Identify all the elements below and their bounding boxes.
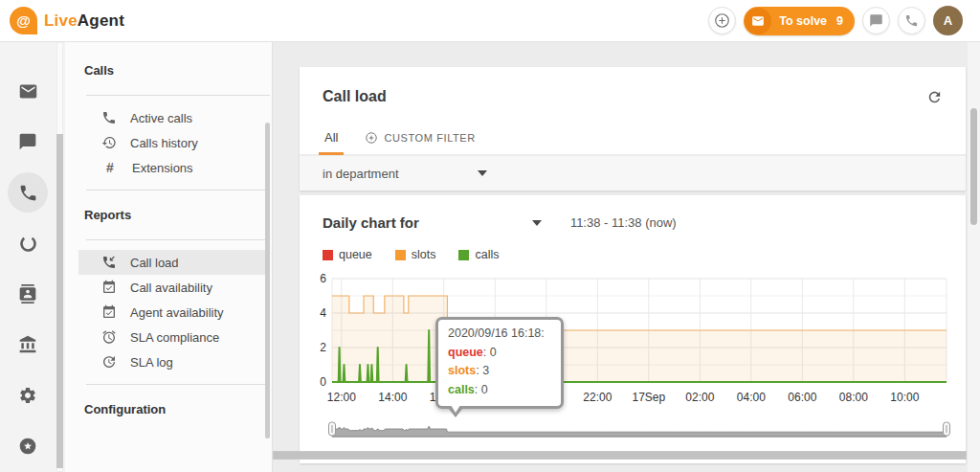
svg-text:2: 2 — [320, 341, 326, 354]
tab-custom-filter[interactable]: CUSTOM FILTER — [351, 131, 488, 154]
rail-item-tickets[interactable] — [8, 71, 48, 111]
top-bar: @ LiveAgent To solve 9 A — [0, 0, 980, 42]
legend-swatch-queue — [323, 250, 333, 260]
svg-text:12:00: 12:00 — [327, 391, 356, 404]
legend-item-queue[interactable]: queue — [323, 248, 372, 261]
sidebar-heading-reports: Reports — [65, 200, 272, 230]
avatar[interactable]: A — [933, 6, 963, 35]
chats-button[interactable] — [862, 7, 890, 34]
add-button[interactable] — [708, 7, 736, 34]
sidebar-item-sla-log[interactable]: SLA log — [78, 349, 270, 374]
liveagent-logo[interactable]: @ LiveAgent — [10, 7, 124, 34]
phone-icon — [18, 183, 38, 203]
chevron-down-icon[interactable] — [532, 220, 542, 226]
logo-text: LiveAgent — [44, 11, 124, 31]
svg-text:02:00: 02:00 — [685, 391, 714, 404]
tab-all[interactable]: All — [311, 130, 351, 154]
legend-item-slots[interactable]: slots — [395, 248, 436, 261]
divider — [86, 95, 270, 96]
sidebar-scrollbar-thumb[interactable] — [265, 123, 270, 438]
daily-chart-card: Daily chart for 11:38 - 11:38 (now) queu… — [300, 195, 966, 463]
svg-text:4: 4 — [320, 306, 326, 320]
chart-area: 12:0014:0016:0018:0020:0022:0017Sep02:00… — [315, 269, 950, 445]
sidebar-item-active-calls[interactable]: Active calls — [78, 105, 270, 130]
history-icon — [101, 135, 117, 150]
rail-item-settings[interactable] — [8, 375, 48, 416]
sidebar-item-call-load[interactable]: Call load — [78, 250, 270, 275]
clock-refresh-icon — [101, 354, 117, 370]
sidebar-heading-calls: Calls — [65, 56, 272, 85]
sidebar-item-agent-availability[interactable]: Agent availability — [78, 300, 270, 325]
rail-scrollbar[interactable] — [56, 42, 65, 472]
page-scrollbar-track[interactable] — [968, 42, 980, 472]
refresh-icon[interactable] — [926, 89, 943, 105]
legend-label: queue — [339, 248, 372, 261]
sidebar-item-sla-compliance[interactable]: SLA compliance — [78, 325, 270, 349]
rail-item-calls[interactable] — [8, 172, 48, 213]
divider — [86, 239, 270, 240]
contacts-icon — [18, 284, 37, 303]
legend-item-calls[interactable]: calls — [458, 248, 499, 261]
chart-navigator[interactable] — [315, 418, 950, 441]
sidebar-item-label: SLA compliance — [130, 330, 219, 345]
envelope-icon — [745, 8, 771, 34]
svg-text:14:00: 14:00 — [378, 391, 407, 404]
calendar-check-icon — [101, 280, 117, 295]
tooltip-row-queue: queue0 — [448, 344, 551, 362]
tooltip-date: 2020/09/16 16:18: — [448, 326, 551, 340]
svg-text:08:00: 08:00 — [839, 391, 868, 404]
to-solve-label: To solve — [779, 14, 827, 28]
chevron-down-icon — [478, 170, 487, 176]
divider — [86, 384, 270, 385]
horizontal-scrollbar[interactable] — [273, 451, 967, 460]
alarm-icon — [101, 329, 117, 345]
calendar-check-icon — [101, 304, 117, 320]
page-scrollbar-thumb[interactable] — [970, 108, 977, 225]
rail-item-contacts[interactable] — [8, 274, 48, 314]
rail-item-gamification[interactable] — [8, 426, 48, 466]
calls-button[interactable] — [898, 7, 925, 34]
mail-icon — [18, 81, 38, 101]
daily-chart[interactable]: 12:0014:0016:0018:0020:0022:0017Sep02:00… — [315, 269, 950, 413]
sidebar-item-extensions[interactable]: # Extensions — [78, 155, 270, 180]
liveagent-logo-icon: @ — [10, 7, 37, 34]
rail-item-chats[interactable] — [8, 122, 48, 162]
tooltip-row-slots: slots3 — [448, 362, 551, 380]
call-load-card: Call load All CUSTOM FILTER in departmen… — [300, 67, 966, 191]
horizontal-scrollbar-thumb[interactable] — [274, 452, 966, 459]
legend-label: calls — [475, 248, 499, 261]
svg-text:17Sep: 17Sep — [632, 391, 665, 404]
chart-legend: queue slots calls — [315, 231, 950, 267]
add-icon — [714, 12, 730, 29]
rail-item-company[interactable] — [8, 325, 48, 365]
department-select[interactable]: in department — [323, 167, 487, 181]
circle-plus-icon — [365, 131, 378, 145]
chat-icon — [869, 13, 883, 28]
sidebar-item-call-availability[interactable]: Call availability — [78, 275, 270, 300]
svg-text:10:00: 10:00 — [890, 391, 919, 404]
svg-text:6: 6 — [320, 272, 326, 285]
to-solve-button[interactable]: To solve 9 — [744, 7, 855, 35]
phone-call-icon — [101, 255, 117, 270]
tooltip-row-calls: calls0 — [448, 381, 551, 399]
chart-tooltip: 2020/09/16 16:18: queue0 slots3 calls0 — [435, 317, 564, 409]
main-area: Call load All CUSTOM FILTER in departmen… — [273, 42, 980, 472]
calls-sidebar: Calls Active calls Calls history # Exten… — [65, 42, 273, 472]
svg-text:04:00: 04:00 — [737, 391, 766, 404]
phone-icon — [101, 110, 117, 125]
bank-icon — [18, 335, 37, 354]
legend-label: slots — [412, 248, 436, 261]
loop-icon — [18, 234, 38, 254]
sidebar-item-label: Extensions — [132, 161, 193, 175]
svg-text:06:00: 06:00 — [788, 391, 816, 404]
sidebar-item-label: Active calls — [130, 111, 192, 125]
divider — [86, 190, 270, 191]
sidebar-item-calls-history[interactable]: Calls history — [78, 130, 270, 155]
rail-item-social[interactable] — [8, 223, 48, 263]
legend-swatch-slots — [395, 250, 406, 260]
rail-scrollbar-thumb[interactable] — [56, 134, 63, 468]
department-select-value: in department — [323, 167, 399, 181]
chat-icon — [18, 132, 37, 151]
department-filter-row: in department — [300, 155, 966, 191]
gear-icon — [18, 386, 37, 405]
